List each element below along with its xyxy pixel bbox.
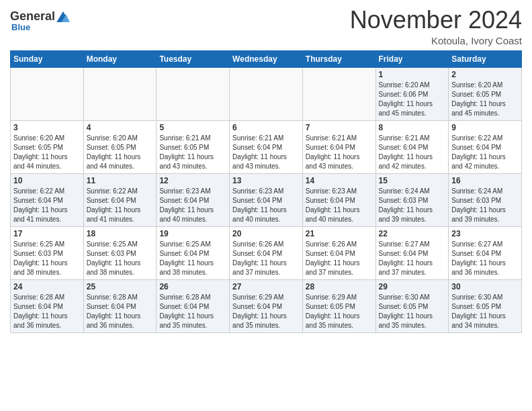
calendar-cell: 14Sunrise: 6:23 AM Sunset: 6:04 PM Dayli…: [302, 173, 375, 226]
day-number: 17: [13, 229, 81, 238]
day-number: 10: [13, 176, 81, 185]
calendar-header-row: SundayMondayTuesdayWednesdayThursdayFrid…: [11, 50, 522, 67]
day-info: Sunrise: 6:29 AM Sunset: 6:05 PM Dayligh…: [306, 293, 373, 330]
day-info: Sunrise: 6:22 AM Sunset: 6:04 PM Dayligh…: [451, 134, 519, 171]
calendar-cell: 27Sunrise: 6:29 AM Sunset: 6:04 PM Dayli…: [230, 279, 303, 332]
day-number: 27: [232, 282, 300, 291]
logo-icon: [56, 11, 70, 22]
title-block: November 2024 Kotoula, Ivory Coast: [350, 7, 522, 46]
day-number: 22: [379, 229, 446, 238]
calendar-cell: [302, 67, 375, 120]
logo-blue-text: Blue: [11, 22, 30, 32]
calendar-week-row: 10Sunrise: 6:22 AM Sunset: 6:04 PM Dayli…: [11, 173, 522, 226]
calendar-page: General Blue November 2024 Kotoula, Ivor…: [0, 0, 532, 411]
day-number: 6: [232, 123, 300, 132]
month-title: November 2024: [350, 7, 522, 34]
calendar-cell: 17Sunrise: 6:25 AM Sunset: 6:03 PM Dayli…: [11, 226, 84, 279]
day-info: Sunrise: 6:25 AM Sunset: 6:03 PM Dayligh…: [13, 240, 81, 277]
day-number: 23: [451, 229, 519, 238]
day-info: Sunrise: 6:24 AM Sunset: 6:03 PM Dayligh…: [379, 187, 446, 224]
day-info: Sunrise: 6:27 AM Sunset: 6:04 PM Dayligh…: [379, 240, 446, 277]
page-header: General Blue November 2024 Kotoula, Ivor…: [10, 7, 522, 46]
calendar-cell: 11Sunrise: 6:22 AM Sunset: 6:04 PM Dayli…: [83, 173, 157, 226]
day-info: Sunrise: 6:28 AM Sunset: 6:04 PM Dayligh…: [87, 293, 154, 330]
day-number: 2: [451, 70, 519, 79]
day-info: Sunrise: 6:30 AM Sunset: 6:05 PM Dayligh…: [379, 293, 446, 330]
day-info: Sunrise: 6:28 AM Sunset: 6:04 PM Dayligh…: [13, 293, 81, 330]
calendar-cell: 5Sunrise: 6:21 AM Sunset: 6:05 PM Daylig…: [157, 120, 230, 173]
day-info: Sunrise: 6:20 AM Sunset: 6:05 PM Dayligh…: [87, 134, 154, 171]
calendar-cell: 9Sunrise: 6:22 AM Sunset: 6:04 PM Daylig…: [449, 120, 522, 173]
calendar-cell: 2Sunrise: 6:20 AM Sunset: 6:05 PM Daylig…: [449, 67, 522, 120]
day-number: 13: [232, 176, 300, 185]
calendar-cell: 13Sunrise: 6:23 AM Sunset: 6:04 PM Dayli…: [230, 173, 303, 226]
day-number: 3: [13, 123, 81, 132]
day-info: Sunrise: 6:26 AM Sunset: 6:04 PM Dayligh…: [232, 240, 300, 277]
day-info: Sunrise: 6:23 AM Sunset: 6:04 PM Dayligh…: [232, 187, 300, 224]
day-info: Sunrise: 6:22 AM Sunset: 6:04 PM Dayligh…: [87, 187, 154, 224]
day-number: 26: [159, 282, 226, 291]
day-number: 18: [87, 229, 154, 238]
day-number: 28: [306, 282, 373, 291]
calendar-cell: 19Sunrise: 6:25 AM Sunset: 6:04 PM Dayli…: [157, 226, 230, 279]
day-info: Sunrise: 6:22 AM Sunset: 6:04 PM Dayligh…: [13, 187, 81, 224]
day-info: Sunrise: 6:24 AM Sunset: 6:03 PM Dayligh…: [451, 187, 519, 224]
day-header-friday: Friday: [375, 50, 449, 67]
day-info: Sunrise: 6:27 AM Sunset: 6:04 PM Dayligh…: [451, 240, 519, 277]
calendar-cell: 16Sunrise: 6:24 AM Sunset: 6:03 PM Dayli…: [449, 173, 522, 226]
calendar-cell: 10Sunrise: 6:22 AM Sunset: 6:04 PM Dayli…: [11, 173, 84, 226]
calendar-cell: 8Sunrise: 6:21 AM Sunset: 6:04 PM Daylig…: [375, 120, 449, 173]
day-info: Sunrise: 6:23 AM Sunset: 6:04 PM Dayligh…: [159, 187, 226, 224]
calendar-cell: 12Sunrise: 6:23 AM Sunset: 6:04 PM Dayli…: [157, 173, 230, 226]
day-info: Sunrise: 6:25 AM Sunset: 6:04 PM Dayligh…: [159, 240, 226, 277]
day-number: 30: [451, 282, 519, 291]
day-info: Sunrise: 6:28 AM Sunset: 6:04 PM Dayligh…: [159, 293, 226, 330]
calendar-cell: 1Sunrise: 6:20 AM Sunset: 6:06 PM Daylig…: [375, 67, 449, 120]
calendar-cell: 18Sunrise: 6:25 AM Sunset: 6:03 PM Dayli…: [83, 226, 157, 279]
calendar-week-row: 24Sunrise: 6:28 AM Sunset: 6:04 PM Dayli…: [11, 279, 522, 332]
day-number: 4: [87, 123, 154, 132]
calendar-cell: 20Sunrise: 6:26 AM Sunset: 6:04 PM Dayli…: [230, 226, 303, 279]
calendar-cell: 3Sunrise: 6:20 AM Sunset: 6:05 PM Daylig…: [11, 120, 84, 173]
calendar-cell: 26Sunrise: 6:28 AM Sunset: 6:04 PM Dayli…: [157, 279, 230, 332]
calendar-cell: [11, 67, 84, 120]
day-number: 20: [232, 229, 300, 238]
day-header-thursday: Thursday: [302, 50, 375, 67]
logo-general-text: General: [10, 9, 55, 24]
day-info: Sunrise: 6:21 AM Sunset: 6:04 PM Dayligh…: [379, 134, 446, 171]
day-number: 11: [87, 176, 154, 185]
calendar-cell: 23Sunrise: 6:27 AM Sunset: 6:04 PM Dayli…: [449, 226, 522, 279]
day-number: 25: [87, 282, 154, 291]
day-header-wednesday: Wednesday: [230, 50, 303, 67]
day-header-tuesday: Tuesday: [157, 50, 230, 67]
day-info: Sunrise: 6:21 AM Sunset: 6:04 PM Dayligh…: [306, 134, 373, 171]
day-number: 14: [306, 176, 373, 185]
day-info: Sunrise: 6:21 AM Sunset: 6:05 PM Dayligh…: [159, 134, 226, 171]
calendar-week-row: 1Sunrise: 6:20 AM Sunset: 6:06 PM Daylig…: [11, 67, 522, 120]
calendar-cell: 15Sunrise: 6:24 AM Sunset: 6:03 PM Dayli…: [375, 173, 449, 226]
calendar-cell: 21Sunrise: 6:26 AM Sunset: 6:04 PM Dayli…: [302, 226, 375, 279]
day-number: 21: [306, 229, 373, 238]
day-number: 8: [379, 123, 446, 132]
day-number: 5: [159, 123, 226, 132]
day-number: 9: [451, 123, 519, 132]
day-info: Sunrise: 6:25 AM Sunset: 6:03 PM Dayligh…: [87, 240, 154, 277]
calendar-cell: 4Sunrise: 6:20 AM Sunset: 6:05 PM Daylig…: [83, 120, 157, 173]
logo: General Blue: [10, 9, 70, 32]
calendar-cell: 7Sunrise: 6:21 AM Sunset: 6:04 PM Daylig…: [302, 120, 375, 173]
calendar-cell: 29Sunrise: 6:30 AM Sunset: 6:05 PM Dayli…: [375, 279, 449, 332]
day-number: 12: [159, 176, 226, 185]
day-info: Sunrise: 6:23 AM Sunset: 6:04 PM Dayligh…: [306, 187, 373, 224]
day-info: Sunrise: 6:20 AM Sunset: 6:06 PM Dayligh…: [379, 81, 446, 118]
day-info: Sunrise: 6:21 AM Sunset: 6:04 PM Dayligh…: [232, 134, 300, 171]
day-number: 7: [306, 123, 373, 132]
calendar-cell: 28Sunrise: 6:29 AM Sunset: 6:05 PM Dayli…: [302, 279, 375, 332]
calendar-table: SundayMondayTuesdayWednesdayThursdayFrid…: [10, 50, 522, 333]
day-header-monday: Monday: [83, 50, 157, 67]
day-number: 16: [451, 176, 519, 185]
day-info: Sunrise: 6:20 AM Sunset: 6:05 PM Dayligh…: [13, 134, 81, 171]
day-number: 15: [379, 176, 446, 185]
day-info: Sunrise: 6:30 AM Sunset: 6:05 PM Dayligh…: [451, 293, 519, 330]
calendar-cell: 30Sunrise: 6:30 AM Sunset: 6:05 PM Dayli…: [449, 279, 522, 332]
day-info: Sunrise: 6:20 AM Sunset: 6:05 PM Dayligh…: [451, 81, 519, 118]
